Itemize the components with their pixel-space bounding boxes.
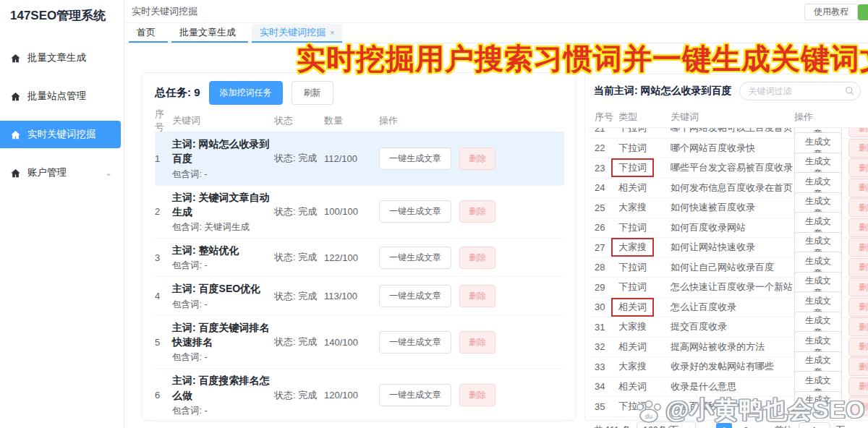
delete-button[interactable]: 删除: [459, 200, 495, 223]
delete-button[interactable]: 删除: [848, 397, 868, 416]
keyword-row-no: 35: [590, 401, 618, 412]
task-row-keyword: 主词: 网站怎么收录到百度 包含词: -: [172, 137, 274, 181]
keyword-row-keyword: 哪个网站发帖可以上百度首页: [671, 128, 794, 134]
keyword-row-keyword: 怎么让百度收录: [671, 301, 794, 314]
keyword-type-value: 下拉词: [618, 281, 647, 292]
task-row-no: 2: [155, 206, 172, 217]
col-count: 数量: [324, 114, 379, 127]
task-row-status: 状态: 完成: [274, 290, 324, 303]
delete-button[interactable]: 删除: [459, 384, 495, 406]
keyword-row-keyword: 提交百度收录: [671, 320, 794, 333]
keyword-row-no: 31: [590, 322, 618, 333]
delete-button[interactable]: 删除: [459, 331, 495, 354]
keyword-row-no: 21: [590, 128, 618, 134]
task-table-header: 序号 关键词 状态 数量 操作: [155, 109, 564, 132]
tab[interactable]: 首页: [129, 24, 168, 43]
page-size-select[interactable]: 100条/页 ⌄: [637, 421, 696, 428]
keyword-row-type: 大家搜: [618, 320, 671, 333]
goto-page-input[interactable]: [799, 422, 830, 428]
task-main-word: 主词: 关键词文章自动生成: [172, 190, 271, 220]
task-row: 2 主词: 关键词文章自动生成 包含词: 关键词生成 状态: 完成 100/10…: [155, 186, 564, 239]
keyword-row-keyword: 如何让自己网站收录百度: [671, 261, 794, 274]
delete-button[interactable]: 删除: [459, 247, 495, 269]
task-main-word: 主词: 百度关键词排名快速排名: [172, 320, 271, 350]
add-task-button[interactable]: 添加挖词任务: [209, 81, 283, 105]
generate-article-button[interactable]: 一键生成文章: [379, 384, 451, 406]
task-row: 3 主词: 整站优化 包含词: - 状态: 完成 122/100 一键生成文章 …: [155, 239, 564, 277]
task-main-word: 主词: 整站优化: [172, 243, 271, 257]
keyword-row-no: 28: [590, 262, 618, 273]
next-page-button[interactable]: ›: [760, 425, 768, 428]
delete-button[interactable]: 删除: [459, 285, 495, 307]
sidebar-item[interactable]: 实时关键词挖掘 ⌄: [0, 121, 121, 148]
task-row-keyword: 主词: 关键词文章自动生成 包含词: 关键词生成: [172, 190, 274, 234]
task-row-actions: 一键生成文章 删除: [379, 331, 564, 354]
keyword-row-type: 相关词: [618, 181, 671, 194]
keyword-row-type: 相关词: [618, 298, 671, 317]
keyword-row-keyword: 提高网站被收录的方法: [671, 341, 794, 354]
generate-article-button[interactable]: 一键生成文章: [379, 247, 451, 269]
task-main-word: 主词: 百度SEO优化: [172, 281, 271, 296]
task-row-count: 122/100: [324, 252, 379, 263]
keyword-row-type: 下拉词: [618, 261, 671, 274]
col-type: 类型: [618, 111, 671, 124]
task-include-word: 包含词: -: [172, 405, 271, 417]
keyword-row-type: 大家搜: [618, 201, 671, 214]
task-row-count: 140/100: [324, 337, 379, 348]
keyword-filter-input[interactable]: [739, 82, 861, 100]
task-include-word: 包含词: -: [172, 351, 271, 364]
keyword-type-value: 相关词: [618, 381, 647, 392]
keyword-row-no: 22: [590, 142, 618, 153]
refresh-button[interactable]: 刷新: [292, 81, 333, 105]
sidebar-item-label: 批量文章生成: [27, 51, 86, 64]
task-panel: 总任务: 9 添加挖词任务 刷新 序号 关键词 状态 数量 操作 1 主词: 网…: [142, 72, 576, 421]
keyword-row-keyword: 哪个网站百度收录快: [671, 142, 794, 155]
keyword-row-keyword: 收录好的发帖网站有哪些: [671, 360, 794, 373]
sidebar-item[interactable]: 账户管理 ⌄: [0, 159, 121, 187]
keyword-type-value: 大家搜: [618, 321, 647, 332]
chevron-down-icon: ⌄: [105, 168, 112, 178]
col-action: 操作: [794, 111, 868, 124]
task-row: 7 主词: 网站怎么做才有流量 包含词: - 状态: 完成 123/100 一键…: [155, 422, 564, 428]
keyword-row-no: 34: [590, 381, 618, 392]
task-row-actions: 一键生成文章 删除: [379, 247, 564, 269]
keyword-row-keyword: 收录是什么意思: [671, 380, 794, 393]
page-number-button[interactable]: 1: [716, 423, 732, 428]
help-tutorial-button[interactable]: 使用教程: [804, 4, 858, 20]
generate-article-button[interactable]: 一键生成文章: [379, 331, 451, 354]
generate-article-button[interactable]: 生成文章: [794, 391, 842, 417]
keyword-row-type: 相关词: [618, 341, 671, 354]
generate-article-button[interactable]: 一键生成文章: [379, 285, 451, 307]
task-include-word: 包含词: -: [172, 168, 271, 181]
home-icon: [10, 53, 21, 64]
tab[interactable]: 批量文章生成: [171, 24, 248, 43]
task-panel-header: 总任务: 9 添加挖词任务 刷新: [155, 80, 575, 105]
keyword-row-type: 下拉词: [618, 142, 671, 155]
close-icon[interactable]: ×: [330, 28, 334, 37]
page-number-button[interactable]: 2: [738, 423, 754, 428]
keyword-row-type: 下拉词: [618, 221, 671, 234]
sidebar-item[interactable]: 批量文章生成 ⌄: [0, 44, 121, 72]
generate-article-button[interactable]: 一键生成文章: [379, 200, 451, 223]
promo-banner-text: 实时挖掘用户搜索习惯词并一键生成关键词文章: [297, 39, 868, 79]
keyword-panel: 当前主词: 网站怎么收录到百度 是否生成 序号 类型 关键词 操作 21 下拉词: [584, 74, 868, 421]
keyword-row-no: 24: [590, 182, 618, 193]
sidebar-item[interactable]: 批量站点管理 ⌄: [0, 82, 121, 110]
app-title: 147SEO管理系统: [0, 0, 124, 28]
col-no: 序号: [590, 111, 618, 124]
tab-label: 实时关键词挖掘: [260, 26, 326, 39]
generate-article-button[interactable]: 一键生成文章: [379, 147, 451, 170]
task-row-status: 状态: 完成: [274, 389, 324, 402]
prev-page-button[interactable]: ‹: [702, 425, 710, 428]
task-table: 序号 关键词 状态 数量 操作 1 主词: 网站怎么收录到百度 包含词: - 状…: [155, 109, 564, 428]
current-main-word-label: 当前主词: 网站怎么收录到百度: [594, 85, 732, 98]
partial-green-button[interactable]: [858, 4, 868, 20]
col-keyword: 关键词: [172, 114, 274, 127]
delete-button[interactable]: 删除: [459, 147, 495, 170]
sidebar-item-label: 账户管理: [27, 166, 67, 179]
keyword-rows: 21 下拉词 哪个网站发帖可以上百度首页 生成文章 删除 22 下拉词: [590, 128, 868, 417]
keyword-row-no: 33: [590, 361, 618, 372]
task-row: 6 主词: 百度搜索排名怎么做 包含词: - 状态: 完成 120/100 一键…: [155, 369, 564, 422]
task-main-word: 主词: 网站怎么收录到百度: [172, 137, 271, 166]
keyword-pagination: 共 111 条 100条/页 ⌄ ‹ 1 2 › 前往 页: [590, 421, 868, 428]
